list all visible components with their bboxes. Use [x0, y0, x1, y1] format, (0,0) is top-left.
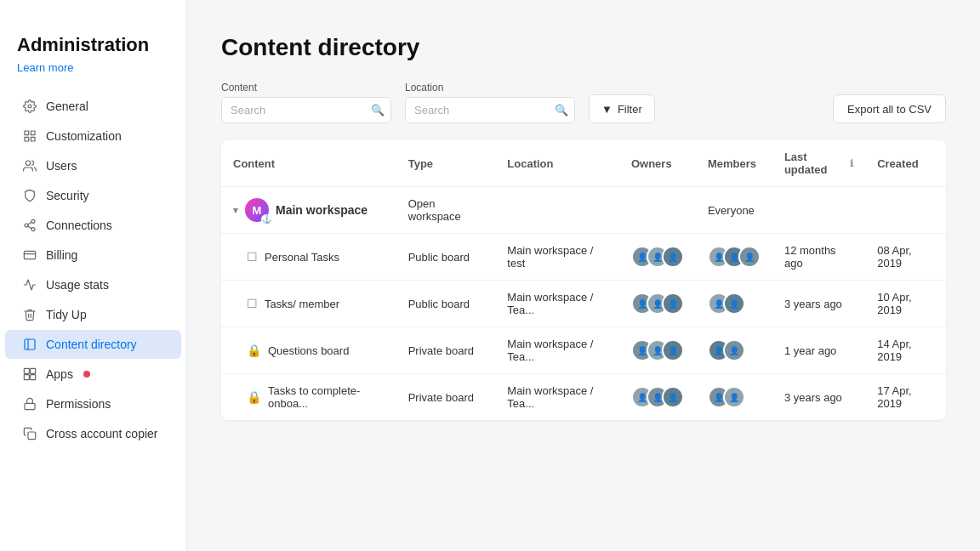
permissions-icon: [22, 396, 37, 412]
td-location: [495, 187, 619, 234]
svg-rect-20: [28, 432, 36, 440]
connections-icon: [22, 218, 37, 233]
board-icon: ☐: [247, 250, 258, 264]
sidebar-item-content-directory[interactable]: Content directory: [5, 330, 181, 359]
sidebar-item-apps[interactable]: Apps: [5, 360, 181, 389]
td-created: 14 Apr, 2019: [865, 327, 946, 374]
td-owners: 👤 👤 👤: [619, 281, 696, 327]
table-row: ▾ M Main workspace Open workspace Everyo…: [221, 187, 946, 234]
avatar: 👤: [723, 339, 745, 361]
sidebar-item-label: Tidy Up: [46, 308, 87, 321]
sidebar-item-label: Permissions: [46, 397, 111, 411]
content-table: Content Type Location Owners Members Las…: [221, 140, 946, 420]
customization-icon: [22, 128, 37, 144]
security-icon: [22, 188, 37, 203]
location-filter-group: Location 🔍: [405, 82, 575, 123]
sidebar-item-users[interactable]: Users: [5, 151, 181, 180]
last-updated-info-icon[interactable]: ℹ: [850, 158, 853, 169]
svg-rect-2: [31, 131, 35, 135]
sidebar-item-connections[interactable]: Connections: [5, 211, 181, 240]
owners-avatars: 👤 👤 👤: [631, 339, 684, 361]
svg-line-10: [28, 222, 32, 224]
apps-badge: [83, 371, 90, 378]
sidebar-item-tidy-up[interactable]: Tidy Up: [5, 300, 181, 329]
content-search-wrap: 🔍: [221, 97, 391, 123]
table-row: 🔒 Questions board Private board Main wor…: [221, 327, 946, 374]
page-title: Content directory: [221, 34, 946, 61]
content-search-icon: 🔍: [371, 104, 385, 116]
td-content: 🔒 Tasks to complete-onboa...: [221, 374, 396, 421]
td-location: Main workspace / Tea...: [495, 374, 619, 421]
members-avatars: 👤 👤: [708, 386, 761, 408]
private-board-icon: 🔒: [247, 344, 261, 357]
content-name-wrap: 🔒 Questions board: [247, 344, 385, 357]
users-icon: [22, 158, 37, 173]
td-location: Main workspace / Tea...: [495, 327, 619, 374]
td-last-updated: [772, 187, 865, 234]
sidebar-item-permissions[interactable]: Permissions: [5, 389, 181, 418]
td-owners: 👤 👤 👤: [619, 374, 696, 421]
avatar: 👤: [662, 246, 684, 268]
td-last-updated: 1 year ago: [772, 327, 865, 374]
table-row: ☐ Personal Tasks Public board Main works…: [221, 234, 946, 281]
sidebar-item-general[interactable]: General: [5, 92, 181, 121]
copy-icon: [22, 426, 37, 441]
sidebar-item-cross-account-copier[interactable]: Cross account copier: [5, 419, 181, 448]
sidebar-item-customization[interactable]: Customization: [5, 122, 181, 151]
table-header-row: Content Type Location Owners Members Las…: [221, 140, 946, 187]
sidebar-item-billing[interactable]: Billing: [5, 241, 181, 270]
avatar: 👤: [738, 246, 761, 268]
item-name: Personal Tasks: [265, 251, 339, 264]
td-type: Open workspace: [396, 187, 496, 234]
th-created: Created: [865, 140, 946, 187]
svg-rect-17: [24, 375, 29, 380]
location-search-icon: 🔍: [555, 104, 568, 116]
sidebar-item-label: Usage stats: [46, 278, 109, 292]
sidebar-item-usage-stats[interactable]: Usage stats: [5, 270, 181, 299]
td-members: Everyone: [696, 187, 772, 234]
td-members: 👤 👤 👤: [696, 234, 772, 281]
td-members: 👤 👤: [696, 281, 772, 327]
export-button[interactable]: Export all to CSV: [833, 94, 946, 123]
svg-rect-19: [25, 403, 35, 409]
sidebar-item-label: Apps: [46, 367, 73, 381]
td-last-updated: 3 years ago: [772, 281, 865, 327]
td-created: 17 Apr, 2019: [865, 374, 946, 421]
sidebar-nav: General Customization Users Security Con: [0, 91, 186, 534]
members-avatars: 👤 👤: [708, 293, 761, 315]
th-members: Members: [696, 140, 772, 187]
svg-line-9: [28, 226, 32, 229]
owners-avatars: 👤 👤 👤: [631, 386, 684, 408]
sidebar-item-security[interactable]: Security: [5, 181, 181, 210]
td-type: Public board: [396, 234, 496, 281]
main-content: Content directory Content 🔍 Location 🔍 ▼…: [187, 0, 980, 551]
svg-rect-18: [31, 375, 36, 380]
workspace-badge: M: [245, 198, 269, 222]
content-search-input[interactable]: [221, 97, 391, 123]
table-row: ☐ Tasks/ member Public board Main worksp…: [221, 281, 946, 327]
settings-icon: [22, 99, 37, 114]
content-name-wrap: 🔒 Tasks to complete-onboa...: [247, 384, 385, 410]
location-search-input[interactable]: [405, 97, 575, 123]
sidebar-item-label: Cross account copier: [46, 427, 158, 440]
td-owners: 👤 👤 👤: [619, 234, 696, 281]
td-owners: 👤 👤 👤: [619, 327, 696, 374]
filter-button[interactable]: ▼ Filter: [589, 94, 655, 123]
td-created: 10 Apr, 2019: [865, 281, 946, 327]
svg-rect-3: [25, 137, 29, 141]
svg-rect-15: [24, 368, 29, 373]
learn-more-link[interactable]: Learn more: [0, 61, 186, 91]
td-type: Private board: [396, 374, 496, 421]
td-content: ▾ M Main workspace: [221, 187, 396, 234]
svg-rect-16: [31, 368, 36, 373]
td-type: Private board: [396, 327, 496, 374]
th-type: Type: [396, 140, 496, 187]
sidebar-item-label: Customization: [46, 129, 122, 143]
svg-rect-1: [25, 131, 29, 135]
location-filter-label: Location: [405, 82, 575, 94]
svg-point-5: [26, 161, 30, 165]
members-avatars: 👤 👤: [708, 339, 761, 361]
svg-rect-13: [25, 339, 35, 349]
avatar: 👤: [723, 386, 745, 408]
expand-chevron[interactable]: ▾: [233, 205, 238, 216]
